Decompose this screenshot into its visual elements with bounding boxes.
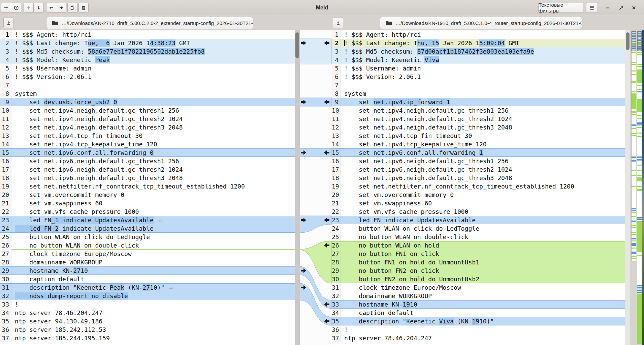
right-overview-map[interactable] [637,31,642,344]
code-line[interactable]: 33! [0,300,295,309]
code-line[interactable]: 25 no button WLAN on double-click [332,233,625,241]
code-line[interactable]: 16 set net.ipv6.neigh.default.gc_thresh1… [0,157,295,165]
code-line[interactable]: 9 set dev.usb.force_usb2 0 [0,98,295,106]
code-line[interactable]: 5! $$$ Username: admin [0,64,295,73]
code-line[interactable]: 35 description "Keenetic Viva (KN-1910)" [332,317,625,325]
recent-comparisons-button[interactable] [11,3,21,12]
overview-viewport-box[interactable] [632,31,636,51]
code-line[interactable]: 12 set net.ipv4.neigh.default.gc_thresh3… [332,123,625,132]
code-line[interactable]: 11 set net.ipv4.neigh.default.gc_thresh2… [0,115,295,123]
code-line[interactable]: 2! $$$ Last change: Tue, 6 Jan 2026 14:3… [0,39,295,47]
code-line[interactable]: 8system [332,89,625,98]
code-line[interactable]: 1! $$$ Agent: http/rci [0,30,295,39]
push-right-button[interactable] [56,3,66,12]
move-down-button[interactable] [34,3,44,12]
code-line[interactable]: 36! [332,325,625,334]
code-line[interactable]: 34ntp server 78.46.204.247 [0,309,295,317]
code-line[interactable]: 28 domainname WORKGROUP [0,258,295,266]
code-line[interactable]: 16 set net.ipv6.neigh.default.gc_thresh1… [332,157,625,165]
code-line[interactable]: 7 [332,81,625,89]
code-line[interactable]: 20 set vm.overcommit_memory 0 [0,191,295,199]
code-line[interactable]: 13 set net.ipv4.tcp_fin_timeout 30 [0,132,295,140]
code-line[interactable]: 30 button FN2 on hold do UnmountUsb2 [332,275,625,283]
code-line[interactable]: 22 set vm.vfs_cache_pressure 1000 [0,207,295,216]
code-line[interactable]: 31 clock timezone Europe/Moscow [332,283,625,292]
right-file-button[interactable]: …/Downloads/KN-1910_draft_5.00.C.1.0-4_r… [380,17,582,29]
code-line[interactable]: 24 led FN_2 indicate UpdatesAvailable [0,224,295,233]
right-scrollbar-thumb[interactable] [626,32,630,50]
move-up-button[interactable] [24,3,34,12]
code-line[interactable]: 4! $$$ Model: Keenetic Viva [332,56,625,64]
code-line[interactable]: 10 set net.ipv4.neigh.default.gc_thresh1… [332,106,625,115]
new-comparison-button[interactable] [1,3,11,12]
code-line[interactable]: 1! $$$ Agent: http/rci [332,30,625,39]
code-line[interactable]: 18 set net.ipv6.neigh.default.gc_thresh3… [0,174,295,182]
code-line[interactable]: 13 set net.ipv4.tcp_fin_timeout 30 [332,132,625,140]
left-scrollbar-thumb[interactable] [295,32,299,58]
code-line[interactable]: 3! $$$ Md5 checksum: 87d00acf1b187462f3e… [332,47,625,56]
code-line[interactable]: 9 set net.ipv4.ip_forward 1 [332,98,625,106]
right-scrollbar[interactable] [625,30,630,345]
code-line[interactable]: 33 hostname KN-1910 [332,300,625,309]
code-line[interactable]: 2! $$$ Last change: Thu, 15 Jan 2026 15:… [332,39,625,47]
code-line[interactable]: 22 set vm.vfs_cache_pressure 1000 [332,207,625,216]
code-line[interactable]: 17 set net.ipv6.neigh.default.gc_thresh2… [0,165,295,174]
code-line[interactable]: 34 caption default [332,309,625,317]
menu-button[interactable] [586,3,598,13]
code-line[interactable]: 29 hostname KN-2710 [0,266,295,275]
left-file-button[interactable]: …/Downloads/KN-2710_draft_5.00.C.2.0-2_e… [46,17,253,29]
code-line[interactable]: 11 set net.ipv4.neigh.default.gc_thresh2… [332,115,625,123]
code-line[interactable]: 26 no button WLAN on double-click [0,241,295,250]
code-line[interactable]: 37ntp server 185.244.195.159 [0,334,295,342]
code-line[interactable]: 28 button FN1 on hold do UnmountUsb1 [332,258,625,266]
code-line[interactable]: 7 [0,81,295,89]
minimize-button[interactable] [604,4,611,11]
code-line[interactable]: 5! $$$ Username: admin [332,64,625,73]
right-editor-pane[interactable]: 1! $$$ Agent: http/rci2! $$$ Last change… [332,30,625,345]
code-line[interactable]: 21 set vm.swappiness 60 [0,199,295,207]
close-button[interactable] [630,4,638,11]
code-line[interactable]: 14 set net.ipv4.tcp_keepalive_time 120 [332,140,625,148]
code-line[interactable]: 23 led FN indicate UpdatesAvailable [332,216,625,224]
code-line[interactable]: 25 button WLAN on click do LedToggle [0,233,295,241]
code-line[interactable]: 12 set net.ipv4.neigh.default.gc_thresh3… [0,123,295,132]
code-line[interactable]: 19 set net.netfilter.nf_conntrack_tcp_ti… [332,182,625,191]
push-left-button[interactable] [46,3,56,12]
right-file-menu-button[interactable] [333,17,343,28]
code-line[interactable]: 37ntp server 78.46.204.247 [332,334,625,342]
restore-button[interactable] [617,4,625,11]
code-line[interactable]: 36ntp server 185.242.112.53 [0,325,295,334]
code-line[interactable]: 6! $$$ Version: 2.06.1 [332,73,625,81]
code-line[interactable]: 15 set net.ipv6.conf.all.forwarding 1 [332,148,625,157]
copy-button[interactable] [67,3,77,12]
code-line[interactable]: 35ntp server 94.130.49.186 [0,317,295,325]
code-line[interactable]: 15 set net.ipv6.conf.all.forwarding 0 [0,148,295,157]
code-line[interactable]: 32 ndss dump-report no disable [0,292,295,300]
left-file-menu-button[interactable] [3,17,14,28]
left-editor-pane[interactable]: 1! $$$ Agent: http/rci2! $$$ Last change… [0,30,295,345]
code-line[interactable]: 17 set net.ipv6.neigh.default.gc_thresh2… [332,165,625,174]
code-line[interactable]: 31 description "Keenetic Peak (KN-2710)"… [0,283,295,292]
code-line[interactable]: 24 button WLAN on click do LedToggle [332,224,625,233]
left-scrollbar[interactable] [295,30,300,345]
code-line[interactable]: 20 set vm.overcommit_memory 0 [332,191,625,199]
code-line[interactable]: 21 set vm.swappiness 60 [332,199,625,207]
text-filters-button[interactable]: Текстовые фильтры [538,3,583,13]
code-line[interactable]: 27 no button FN1 on click [332,250,625,258]
code-line[interactable]: 14 set net.ipv4.tcp_keepalive_time 120 [0,140,295,148]
overview-viewport-box[interactable] [637,31,642,51]
code-line[interactable]: 19 set net.netfilter.nf_conntrack_tcp_ti… [0,182,295,191]
code-line[interactable]: 23 led FN_1 indicate UpdatesAvailable↵ [0,216,295,224]
code-line[interactable]: 8system [0,89,295,98]
code-line[interactable]: 29 no button FN2 on click [332,266,625,275]
code-line[interactable]: 26 no button WLAN on hold [332,241,625,250]
code-line[interactable]: 6! $$$ Version: 2.06.1 [0,73,295,81]
code-line[interactable]: 4! $$$ Model: Keenetic Peak [0,56,295,64]
delete-button[interactable] [78,3,89,12]
left-overview-map[interactable] [631,31,636,261]
code-line[interactable]: 3! $$$ Md5 checksum: 58a6e77eb1f78221965… [0,47,295,56]
code-line[interactable]: 32 domainname WORKGROUP [332,292,625,300]
code-line[interactable]: 30 caption default [0,275,295,283]
code-line[interactable]: 27 clock timezone Europe/Moscow [0,250,295,258]
code-line[interactable]: 10 set net.ipv4.neigh.default.gc_thresh1… [0,106,295,115]
